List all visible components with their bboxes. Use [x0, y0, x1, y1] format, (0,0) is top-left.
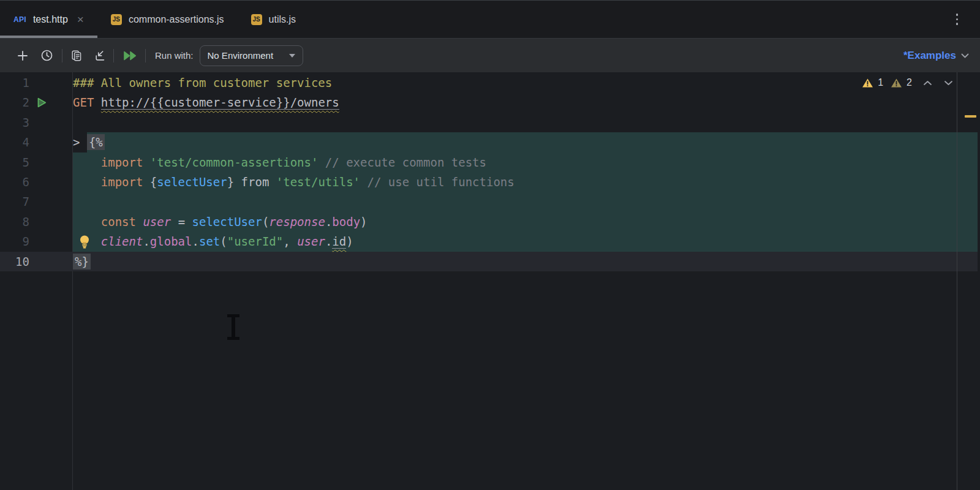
gutter-cell: 5: [0, 153, 73, 172]
gutter-cell: 3: [0, 113, 73, 132]
code-token: body: [332, 215, 360, 228]
code-token: =: [171, 215, 192, 228]
code-token: import: [101, 156, 143, 169]
code-token: {%: [87, 134, 105, 150]
code-text[interactable]: ### All owners from customer services: [73, 73, 980, 92]
code-token: .: [325, 215, 332, 228]
editor-tab-bar: API test.http × JS common-assertions.js …: [0, 0, 980, 38]
code-line: 4> {%: [0, 132, 980, 152]
ide-window: API test.http × JS common-assertions.js …: [0, 0, 980, 490]
error-stripe-warning-mark[interactable]: [965, 115, 976, 118]
weak-warning-icon[interactable]: [891, 78, 902, 88]
code-token: [136, 215, 143, 228]
gutter-cell: 7: [0, 192, 73, 211]
tab-label: common-assertions.js: [129, 14, 224, 25]
run-with-label: Run with:: [155, 50, 194, 61]
mouse-cursor-ibeam: [225, 314, 242, 340]
code-token: [73, 215, 101, 228]
history-icon[interactable]: [40, 49, 53, 62]
code-text[interactable]: %}: [73, 252, 980, 271]
code-token: user: [297, 235, 325, 248]
toolbar-separator: [62, 49, 62, 62]
chevron-down-icon: [289, 54, 295, 58]
run-request-icon[interactable]: [36, 96, 48, 109]
toolbar-separator: [113, 49, 114, 62]
code-line: 7: [0, 192, 980, 211]
http-file-icon: API: [13, 15, 26, 24]
intention-bulb-icon[interactable]: [79, 235, 90, 249]
code-text[interactable]: import 'test/common-assertions' // execu…: [73, 153, 980, 172]
request-examples-icon[interactable]: [70, 50, 83, 62]
code-token: import: [101, 175, 143, 189]
code-token: 'test/utils': [276, 175, 360, 189]
error-stripe-border: [957, 72, 957, 490]
code-text[interactable]: import {selectUser} from 'test/utils' //…: [73, 172, 980, 192]
code-token: %}: [73, 254, 91, 270]
code-text[interactable]: > {%: [73, 132, 980, 152]
code-token: response: [269, 215, 325, 228]
code-line: 10%}: [0, 252, 980, 271]
code-token: http://{{customer-service}}/owners: [101, 96, 339, 110]
inspections-widget: 1 2: [862, 77, 953, 88]
gutter-cell: 6: [0, 172, 73, 192]
tab-common-assertions-js[interactable]: JS common-assertions.js: [97, 1, 238, 38]
js-file-icon: JS: [251, 14, 262, 25]
line-number: 1: [23, 76, 29, 89]
previous-highlight-icon[interactable]: [923, 80, 932, 86]
code-text[interactable]: [73, 113, 980, 132]
line-number: 5: [23, 156, 29, 169]
code-token: id: [332, 235, 346, 249]
js-file-icon: JS: [111, 14, 122, 25]
tab-utils-js[interactable]: JS utils.js: [238, 1, 309, 38]
code-line: 1### All owners from customer services: [0, 73, 980, 92]
line-number: 4: [23, 135, 29, 149]
editor-pane[interactable]: 1### All owners from customer services2G…: [0, 72, 980, 490]
code-token: {: [143, 175, 157, 189]
code-token: client: [101, 235, 143, 248]
close-tab-icon[interactable]: ×: [77, 13, 84, 25]
code-line: 2GET http://{{customer-service}}/owners: [0, 92, 980, 112]
code-token: GET: [73, 96, 94, 109]
line-number: 2: [23, 96, 29, 109]
code-token: (: [220, 235, 227, 248]
code-token: selectUser: [192, 215, 262, 228]
code-token: .: [192, 235, 199, 248]
tab-test-http[interactable]: API test.http ×: [0, 1, 97, 38]
code-line: 6 import {selectUser} from 'test/utils' …: [0, 172, 980, 192]
code-token: [94, 96, 100, 109]
examples-label: *Examples: [903, 50, 956, 62]
code-text[interactable]: GET http://{{customer-service}}/owners: [73, 92, 980, 112]
code-token: ): [346, 235, 353, 248]
next-highlight-icon[interactable]: [944, 80, 953, 86]
line-number: 9: [23, 235, 29, 248]
gutter-cell: 10: [0, 252, 73, 271]
line-number: 3: [23, 116, 29, 129]
scrollbar-track: [978, 72, 980, 490]
gutter-cell: 2: [0, 92, 73, 112]
code-token: ): [360, 215, 367, 228]
code-text[interactable]: const user = selectUser(response.body): [73, 212, 980, 232]
add-request-icon[interactable]: [17, 50, 29, 62]
code-token: ### All owners from customer services: [73, 76, 332, 89]
code-token: .: [325, 235, 332, 248]
import-requests-icon[interactable]: [94, 49, 107, 62]
warning-count: 1: [878, 77, 883, 88]
code-line: 5 import 'test/common-assertions' // exe…: [0, 153, 980, 172]
line-number: 6: [23, 175, 29, 189]
code-token: .: [143, 235, 149, 248]
http-client-toolbar: Run with: No Environment *Examples: [0, 38, 980, 72]
warning-icon[interactable]: [862, 78, 873, 88]
code-lines: 1### All owners from customer services2G…: [0, 72, 980, 271]
gutter-cell: 4: [0, 132, 73, 152]
code-token: "userId": [227, 235, 284, 248]
environment-select[interactable]: No Environment: [200, 45, 304, 66]
code-token: // execute common tests: [325, 156, 486, 169]
tab-options-menu-icon[interactable]: [952, 10, 962, 29]
chevron-down-icon: [961, 53, 969, 58]
code-line: 3: [0, 113, 980, 132]
code-token: ,: [283, 235, 297, 248]
code-text[interactable]: [73, 192, 980, 211]
run-all-requests-icon[interactable]: [123, 50, 138, 61]
examples-selector[interactable]: *Examples: [903, 50, 969, 62]
code-text[interactable]: client.global.set("userId", user.id): [73, 232, 980, 251]
